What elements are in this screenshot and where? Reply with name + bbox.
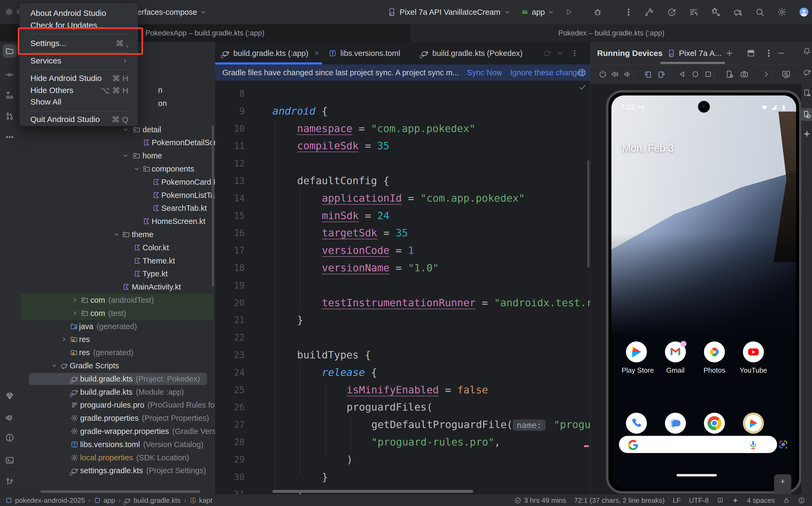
breadcrumb-kapt[interactable]: λkapt — [190, 496, 212, 505]
tree-row[interactable]: Color.kt — [19, 241, 215, 254]
sidebar-terminal-icon[interactable] — [5, 456, 14, 465]
tab-list-chevron-icon[interactable] — [556, 49, 564, 57]
menu-item-hide-android-studio[interactable]: Hide Android Studio⌘ H — [20, 72, 138, 84]
status-lf[interactable]: LF — [673, 496, 681, 505]
menu-item-services[interactable]: Services — [20, 55, 138, 67]
search-everywhere-button[interactable] — [755, 7, 765, 17]
debug-button[interactable] — [593, 7, 602, 17]
panel-options-kebab-icon[interactable] — [764, 49, 773, 58]
breadcrumb-build-gradle-kts[interactable]: build.gradle.kts — [124, 496, 181, 505]
close-icon[interactable] — [313, 50, 320, 57]
overview-button[interactable] — [704, 70, 713, 79]
status-utf-8[interactable]: UTF-8 — [689, 496, 709, 505]
tree-row[interactable]: MainActivity.kt — [19, 280, 215, 293]
tree-chevron-icon[interactable] — [133, 165, 141, 172]
sync-now-link[interactable]: Sync Now — [467, 68, 502, 77]
status-72-1-37-chars-2-line-breaks-[interactable]: 72:1 (37 chars, 2 line breaks) — [574, 496, 665, 505]
tab-options-kebab-icon[interactable] — [570, 49, 578, 57]
tree-row[interactable]: Theme.kt — [19, 254, 215, 267]
tree-row[interactable]: HomeScreen.kt — [19, 215, 215, 228]
tree-row[interactable]: gradle-wrapper.properties(Gradle Version… — [19, 425, 215, 438]
build-button[interactable] — [645, 7, 654, 17]
tree-vertical-scrollbar[interactable] — [212, 125, 214, 286]
app-play-store[interactable]: Play Store — [622, 341, 651, 374]
add-device-button[interactable] — [725, 49, 734, 58]
volume-down-button[interactable] — [623, 70, 632, 79]
sidebar-commit-icon[interactable] — [5, 70, 14, 79]
rotate-left-button[interactable] — [643, 70, 652, 79]
google-lens-icon[interactable] — [778, 439, 789, 450]
sidebar-structure-icon[interactable] — [5, 91, 14, 100]
editor-vertical-scrollbar[interactable] — [587, 160, 590, 268]
tree-row[interactable]: local.properties(SDK Location) — [19, 451, 215, 464]
tree-row[interactable]: settings.gradle.kts(Project Settings) — [19, 464, 215, 477]
editor-tab-2[interactable]: libs.versions.toml — [322, 42, 410, 65]
tree-row[interactable]: PokemonListTab.kt — [19, 189, 215, 202]
editor-horizontal-scrollbar[interactable] — [272, 490, 473, 493]
sidebar-bell-icon[interactable] — [803, 47, 811, 56]
ignore-changes-link[interactable]: Ignore these changes — [510, 68, 585, 77]
sidebar-project-folder-icon[interactable] — [5, 47, 14, 56]
tree-row[interactable]: SearchTab.kt — [19, 202, 215, 215]
tree-row[interactable]: Type.kt — [19, 267, 215, 280]
tree-row[interactable]: components — [19, 162, 215, 176]
tree-row[interactable]: PokemonCard.kt — [19, 176, 215, 189]
tree-horizontal-scrollbar[interactable] — [40, 490, 200, 493]
tree-row[interactable]: com(test) — [19, 307, 215, 320]
tree-row[interactable]: res — [19, 333, 215, 346]
minimize-panel-button[interactable] — [777, 49, 786, 58]
device-settings-button[interactable] — [725, 70, 734, 79]
tree-chevron-icon[interactable] — [51, 362, 58, 369]
status-4-spaces[interactable]: 4 spaces — [747, 496, 775, 505]
tree-row[interactable]: build.gradle.kts(Project: Pokedex) — [19, 372, 215, 386]
tree-row[interactable]: java(generated) — [19, 320, 215, 333]
run-configuration-selector[interactable]: app — [521, 0, 554, 24]
app-photos[interactable]: Photos — [700, 341, 729, 374]
user-avatar[interactable] — [799, 7, 809, 17]
sidebar-running-devices-icon[interactable] — [803, 110, 811, 119]
menu-item-hide-others[interactable]: Hide Others⌥ ⌘ H — [20, 84, 138, 96]
help-icon[interactable] — [577, 68, 587, 77]
app-youtube[interactable]: YouTube — [739, 341, 768, 374]
traffic-light-close[interactable] — [6, 9, 12, 15]
tree-row[interactable]: libs.versions.toml(Version Catalog) — [19, 438, 215, 451]
dock-chrome-app[interactable] — [700, 413, 729, 434]
home-button[interactable] — [691, 70, 700, 79]
sidebar-gemini-sparkle-icon[interactable] — [803, 130, 811, 138]
inspections-widget-icon[interactable] — [798, 497, 805, 504]
notifications-widget-icon[interactable] — [717, 497, 724, 504]
device-selector[interactable]: Pixel 7a API VanillaIceCream — [387, 0, 511, 24]
sync-translate-button[interactable]: A — [667, 7, 676, 17]
menu-item-about-android-studio[interactable]: About Android Studio — [20, 7, 138, 19]
back-button[interactable] — [678, 70, 687, 79]
menu-item-quit-android-studio[interactable]: Quit Android Studio⌘ Q — [20, 113, 138, 125]
recent-changes-button[interactable] — [689, 7, 699, 17]
sidebar-profiler-cat-icon[interactable] — [5, 414, 14, 423]
gradle-sync-button[interactable] — [733, 7, 743, 17]
dock-play-gold[interactable] — [739, 413, 768, 434]
screenshot-button[interactable] — [740, 70, 749, 79]
tree-row[interactable]: com(androidTest) — [19, 293, 215, 307]
tree-row[interactable]: home — [19, 149, 215, 162]
app-gmail[interactable]: Gmail — [661, 341, 690, 374]
screen-inspect-button[interactable] — [782, 70, 791, 79]
google-search-bar[interactable] — [619, 436, 777, 453]
code-editor[interactable]: 89android {10namespace = "com.app.pokede… — [215, 81, 590, 494]
breadcrumb-pokedex-android-2025[interactable]: pokedex-android-2025 — [5, 496, 85, 505]
write-access-icon[interactable] — [783, 497, 790, 504]
breadcrumb-app[interactable]: app — [94, 496, 115, 505]
sidebar-insights-diamond-icon[interactable] — [5, 392, 14, 401]
tree-row[interactable]: Gradle Scripts — [19, 359, 215, 372]
tree-chevron-icon[interactable] — [71, 297, 78, 304]
attach-debugger-button[interactable] — [711, 7, 721, 17]
ai-assistant-icon[interactable] — [732, 497, 739, 504]
tree-chevron-icon[interactable] — [122, 152, 129, 159]
sidebar-git-branch-icon[interactable] — [5, 477, 14, 486]
device-screen[interactable]: 7:33 Mon, Feb 3 Play StoreGmailPhotosYou… — [611, 95, 796, 488]
tree-chevron-icon[interactable] — [61, 336, 68, 343]
sidebar-problems-icon[interactable] — [5, 433, 14, 442]
more-tools-chevron-icon[interactable] — [762, 70, 771, 79]
window-title-right[interactable]: Pokedex – build.gradle.kts (:app) — [410, 24, 812, 42]
dock-phone-app[interactable] — [622, 413, 651, 434]
tree-row[interactable]: proguard-rules.pro(ProGuard Rules for ":… — [19, 399, 215, 412]
